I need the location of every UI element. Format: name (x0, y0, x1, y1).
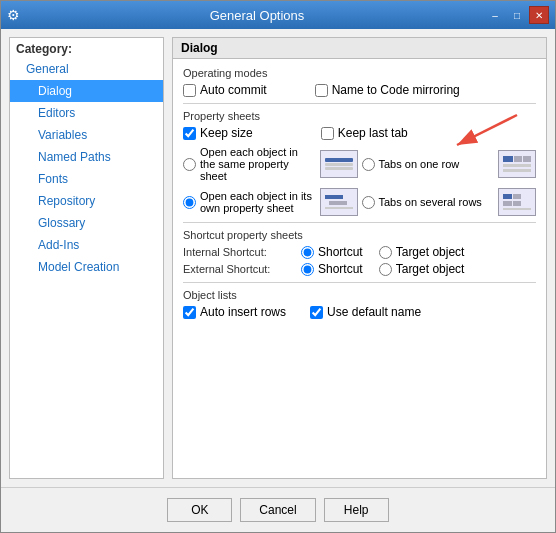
title-buttons: – □ ✕ (485, 6, 549, 24)
ok-button[interactable]: OK (167, 498, 232, 522)
panel-body: Operating modes Auto commit Name to Code… (172, 58, 547, 479)
sidebar-item-dialog[interactable]: Dialog (10, 80, 163, 102)
divider-3 (183, 282, 536, 283)
internal-shortcut-row: Internal Shortcut: Shortcut Target objec… (183, 245, 536, 259)
sidebar-item-variables[interactable]: Variables (10, 124, 163, 146)
divider-1 (183, 103, 536, 104)
internal-target-radio[interactable] (379, 246, 392, 259)
sidebar-item-named-paths[interactable]: Named Paths (10, 146, 163, 168)
external-shortcut-key: External Shortcut: (183, 263, 293, 275)
open-own-radio[interactable] (183, 196, 196, 209)
open-own-radio-label[interactable]: Open each object in its own property she… (183, 190, 316, 214)
object-lists-row: Auto insert rows Use default name (183, 305, 536, 319)
divider-2 (183, 222, 536, 223)
main-content: Category: General Dialog Editors Variabl… (1, 29, 555, 487)
minimize-button[interactable]: – (485, 6, 505, 24)
internal-target-label: Target object (396, 245, 465, 259)
use-default-checkbox[interactable] (310, 306, 323, 319)
sidebar-item-model-creation[interactable]: Model Creation (10, 256, 163, 278)
tabs-several-label: Tabs on several rows (379, 196, 482, 208)
close-button[interactable]: ✕ (529, 6, 549, 24)
use-default-label: Use default name (327, 305, 421, 319)
internal-shortcut-label: Shortcut (318, 245, 363, 259)
keep-last-tab-checkbox-label[interactable]: Keep last tab (321, 126, 408, 140)
property-sheets-checkboxes: Keep size Keep last tab (183, 126, 536, 140)
external-target-label: Target object (396, 262, 465, 276)
keep-size-checkbox-label[interactable]: Keep size (183, 126, 253, 140)
open-same-label: Open each object in the same property sh… (200, 146, 316, 182)
general-options-window: ⚙ General Options – □ ✕ Category: Genera… (0, 0, 556, 533)
keep-last-tab-label: Keep last tab (338, 126, 408, 140)
internal-shortcut-radio[interactable] (301, 246, 314, 259)
cancel-button[interactable]: Cancel (240, 498, 315, 522)
external-shortcut-radio[interactable] (301, 263, 314, 276)
external-target-radio-label[interactable]: Target object (379, 262, 465, 276)
internal-shortcut-key: Internal Shortcut: (183, 246, 293, 258)
external-shortcut-row: External Shortcut: Shortcut Target objec… (183, 262, 536, 276)
open-own-label: Open each object in its own property she… (200, 190, 316, 214)
open-same-radio[interactable] (183, 158, 196, 171)
property-sheets-label: Property sheets (183, 110, 536, 122)
tabs-several-radio[interactable] (362, 196, 375, 209)
tabs-several-radio-label[interactable]: Tabs on several rows (362, 196, 495, 209)
external-shortcut-radio-label[interactable]: Shortcut (301, 262, 363, 276)
tabs-several-icon (498, 188, 536, 216)
tabs-one-row-label: Tabs on one row (379, 158, 460, 170)
shortcut-sheets-label: Shortcut property sheets (183, 229, 536, 241)
object-lists-label: Object lists (183, 289, 536, 301)
keep-size-checkbox[interactable] (183, 127, 196, 140)
operating-modes-row: Auto commit Name to Code mirroring (183, 83, 536, 97)
window-title: General Options (29, 8, 485, 23)
open-same-radio-label[interactable]: Open each object in the same property sh… (183, 146, 316, 182)
auto-insert-label: Auto insert rows (200, 305, 286, 319)
external-shortcut-label: Shortcut (318, 262, 363, 276)
name-to-code-checkbox-label[interactable]: Name to Code mirroring (315, 83, 460, 97)
auto-commit-checkbox-label[interactable]: Auto commit (183, 83, 267, 97)
name-to-code-checkbox[interactable] (315, 84, 328, 97)
sidebar-item-add-ins[interactable]: Add-Ins (10, 234, 163, 256)
footer: OK Cancel Help (1, 487, 555, 532)
internal-shortcut-radio-label[interactable]: Shortcut (301, 245, 363, 259)
use-default-checkbox-label[interactable]: Use default name (310, 305, 421, 319)
sidebar-item-repository[interactable]: Repository (10, 190, 163, 212)
keep-size-label: Keep size (200, 126, 253, 140)
tabs-one-row-icon (498, 150, 536, 178)
auto-insert-checkbox[interactable] (183, 306, 196, 319)
tabs-one-row-radio[interactable] (362, 158, 375, 171)
options-panel: Dialog Operating modes Auto commit Name … (172, 37, 547, 479)
name-to-code-label: Name to Code mirroring (332, 83, 460, 97)
keep-last-tab-checkbox[interactable] (321, 127, 334, 140)
internal-target-radio-label[interactable]: Target object (379, 245, 465, 259)
sidebar-label: Category: (10, 38, 163, 58)
category-sidebar: Category: General Dialog Editors Variabl… (9, 37, 164, 479)
open-same-icon (320, 150, 358, 178)
operating-modes-label: Operating modes (183, 67, 536, 79)
auto-insert-checkbox-label[interactable]: Auto insert rows (183, 305, 286, 319)
auto-commit-label: Auto commit (200, 83, 267, 97)
window-icon: ⚙ (7, 7, 23, 23)
maximize-button[interactable]: □ (507, 6, 527, 24)
sidebar-item-fonts[interactable]: Fonts (10, 168, 163, 190)
sidebar-item-general[interactable]: General (10, 58, 163, 80)
sidebar-item-glossary[interactable]: Glossary (10, 212, 163, 234)
help-button[interactable]: Help (324, 498, 389, 522)
panel-header: Dialog (172, 37, 547, 58)
external-target-radio[interactable] (379, 263, 392, 276)
title-bar: ⚙ General Options – □ ✕ (1, 1, 555, 29)
open-own-icon (320, 188, 358, 216)
auto-commit-checkbox[interactable] (183, 84, 196, 97)
sidebar-item-editors[interactable]: Editors (10, 102, 163, 124)
tabs-one-row-radio-label[interactable]: Tabs on one row (362, 158, 495, 171)
